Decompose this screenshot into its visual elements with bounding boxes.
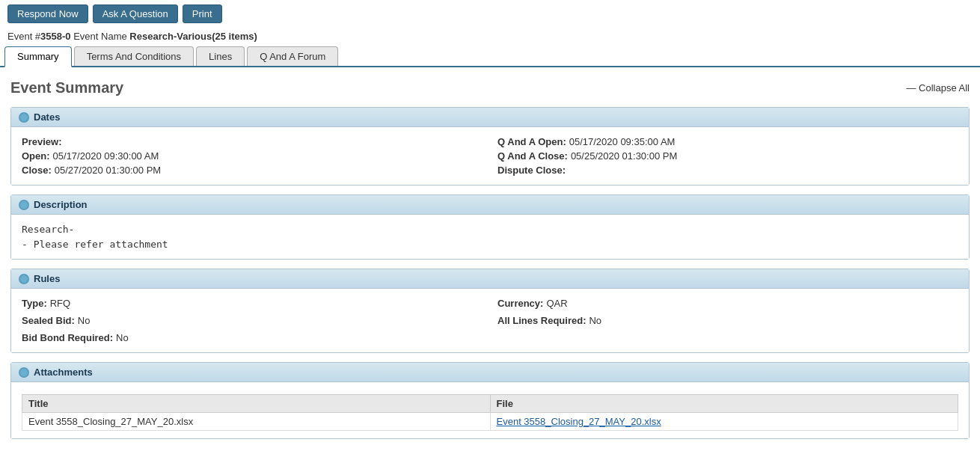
dates-panel-icon <box>19 112 29 123</box>
all-lines-value: No <box>589 315 601 326</box>
dates-panel-body: Preview: Open: 05/17/2020 09:30:00 AM Cl… <box>11 127 969 185</box>
attachments-panel-icon <box>19 367 29 378</box>
rules-panel: Rules Type: RFQ Currency: QAR Sealed Bid… <box>10 269 970 353</box>
bid-bond-label: Bid Bond Required: <box>22 332 113 343</box>
dates-panel: Dates Preview: Open: 05/17/2020 09:30:00… <box>10 107 970 186</box>
ask-question-button[interactable]: Ask A Question <box>93 4 178 23</box>
dates-panel-header: Dates <box>11 108 969 127</box>
toolbar: Respond Now Ask A Question Print <box>0 0 980 28</box>
sealed-bid-label: Sealed Bid: <box>22 315 75 326</box>
rules-panel-title: Rules <box>34 273 60 284</box>
bid-bond-value: No <box>116 332 129 343</box>
preview-label: Preview: <box>22 136 61 147</box>
rules-grid: Type: RFQ Currency: QAR Sealed Bid: No A… <box>22 296 958 345</box>
sealed-bid-value: No <box>78 315 91 326</box>
qa-open-value: 05/17/2020 09:35:00 AM <box>569 136 676 147</box>
close-value: 05/27/2020 01:30:00 PM <box>55 165 161 176</box>
description-panel: Description Research- - Please refer att… <box>10 194 970 260</box>
dispute-close-label: Dispute Close: <box>497 165 566 176</box>
attachments-panel: Attachments Title File Event 3558_Closin… <box>10 362 970 439</box>
dates-right-col: Q And A Open: 05/17/2020 09:35:00 AM Q A… <box>497 135 958 177</box>
rules-panel-header: Rules <box>11 269 969 289</box>
tab-qanda[interactable]: Q And A Forum <box>247 46 338 66</box>
respond-now-button[interactable]: Respond Now <box>7 4 88 23</box>
page-title: Event Summary <box>10 79 123 96</box>
rules-panel-icon <box>19 274 29 284</box>
dates-panel-title: Dates <box>34 111 60 123</box>
tab-bar: Summary Terms And Conditions Lines Q And… <box>0 46 980 67</box>
qa-open-label: Q And A Open: <box>497 136 566 147</box>
attachments-panel-body: Title File Event 3558_Closing_27_MAY_20.… <box>11 382 969 438</box>
tab-terms[interactable]: Terms And Conditions <box>74 46 194 66</box>
col-file-header: File <box>490 395 958 413</box>
type-row: Type: RFQ <box>22 296 483 310</box>
dates-grid: Preview: Open: 05/17/2020 09:30:00 AM Cl… <box>22 135 958 177</box>
tab-summary[interactable]: Summary <box>4 46 72 67</box>
tab-lines[interactable]: Lines <box>196 46 245 66</box>
section-title-row: Event Summary — Collapse All <box>10 79 970 96</box>
preview-row: Preview: <box>22 135 483 149</box>
description-panel-body: Research- - Please refer attachment <box>11 215 969 259</box>
bid-bond-row: Bid Bond Required: No <box>22 331 958 345</box>
qa-close-label: Q And A Close: <box>497 150 568 162</box>
event-info-bar: Event #3558-0 Event Name Research-Variou… <box>0 28 980 46</box>
print-button[interactable]: Print <box>183 4 222 23</box>
collapse-all-link[interactable]: — Collapse All <box>906 82 970 94</box>
attachments-panel-header: Attachments <box>11 363 969 382</box>
open-row: Open: 05/17/2020 09:30:00 AM <box>22 149 483 163</box>
description-panel-icon <box>19 200 29 210</box>
attachment-title-cell: Event 3558_Closing_27_MAY_20.xlsx <box>22 413 491 431</box>
qa-close-value: 05/25/2020 01:30:00 PM <box>571 150 677 162</box>
open-label: Open: <box>22 150 50 162</box>
description-text: Research- - Please refer attachment <box>22 222 958 251</box>
currency-row: Currency: QAR <box>497 296 958 310</box>
attachments-table: Title File Event 3558_Closing_27_MAY_20.… <box>22 394 958 431</box>
type-label: Type: <box>22 298 47 309</box>
qa-open-row: Q And A Open: 05/17/2020 09:35:00 AM <box>497 135 958 149</box>
attachment-file-link[interactable]: Event 3558_Closing_27_MAY_20.xlsx <box>497 416 661 427</box>
event-name-prefix: Event Name <box>71 31 130 42</box>
dates-left-col: Preview: Open: 05/17/2020 09:30:00 AM Cl… <box>22 135 483 177</box>
description-panel-header: Description <box>11 195 969 215</box>
qa-close-row: Q And A Close: 05/25/2020 01:30:00 PM <box>497 149 958 163</box>
all-lines-row: All Lines Required: No <box>497 313 958 328</box>
event-name: Research-Various(25 items) <box>129 31 257 42</box>
description-panel-title: Description <box>34 199 88 210</box>
currency-label: Currency: <box>497 298 543 309</box>
close-row: Close: 05/27/2020 01:30:00 PM <box>22 163 483 177</box>
table-row: Event 3558_Closing_27_MAY_20.xlsxEvent 3… <box>22 413 958 431</box>
all-lines-label: All Lines Required: <box>497 315 586 326</box>
main-content: Event Summary — Collapse All Dates Previ… <box>0 67 980 460</box>
open-value: 05/17/2020 09:30:00 AM <box>53 150 159 162</box>
close-label: Close: <box>22 165 52 176</box>
attachment-file-cell: Event 3558_Closing_27_MAY_20.xlsx <box>490 413 958 431</box>
dispute-close-row: Dispute Close: <box>497 163 958 177</box>
event-prefix: Event # <box>7 31 40 42</box>
attachments-panel-title: Attachments <box>34 367 93 378</box>
rules-panel-body: Type: RFQ Currency: QAR Sealed Bid: No A… <box>11 289 969 352</box>
col-title-header: Title <box>22 395 491 413</box>
attachments-table-header-row: Title File <box>22 395 958 413</box>
event-number: 3558-0 <box>40 31 70 42</box>
sealed-bid-row: Sealed Bid: No <box>22 313 483 328</box>
type-value: RFQ <box>50 298 70 309</box>
currency-value: QAR <box>546 298 567 309</box>
